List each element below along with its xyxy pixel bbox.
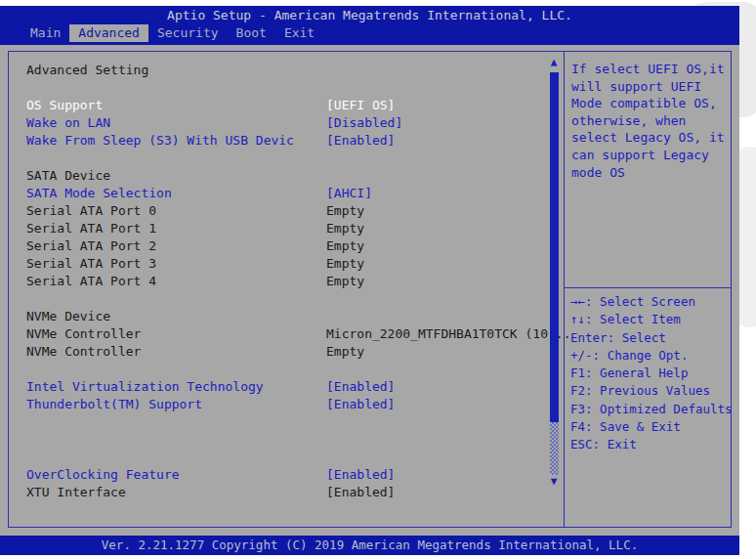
bios-setup-window: Aptio Setup - American Megatrends Intern…	[0, 6, 739, 555]
spacer-row	[10, 290, 545, 308]
setting-label: Serial ATA Port 2	[26, 238, 156, 253]
footer-bar: Ver. 2.21.1277 Copyright (C) 2019 Americ…	[0, 536, 739, 555]
setting-row: NVMe ControllerEmpty	[10, 343, 545, 361]
spacer-row	[10, 79, 545, 97]
tab-exit[interactable]: Exit	[275, 24, 323, 42]
setting-label: Serial ATA Port 4	[26, 274, 156, 288]
setting-value: [AHCI]	[326, 185, 372, 202]
setting-label: Serial ATA Port 3	[26, 256, 156, 271]
setting-label: Wake From Sleep (S3) With USB Devic	[26, 133, 294, 148]
scroll-down-icon[interactable]: ▼	[547, 476, 561, 488]
setting-value: Micron_2200_MTFDHBA1T0TCK (10...	[326, 325, 570, 343]
setting-label: Thunderbolt(TM) Support	[26, 397, 202, 411]
menu-tabs: MainAdvancedSecurityBootExit	[21, 24, 323, 42]
spacer-row	[10, 431, 545, 449]
hotkey-line: ↑↓: Select Item	[570, 311, 733, 328]
setting-row[interactable]: SATA Mode Selection[AHCI]	[10, 185, 545, 202]
setting-row: Serial ATA Port 0Empty	[10, 202, 545, 220]
help-description: If select UEFI OS,it will support UEFI M…	[565, 52, 731, 181]
hotkey-line: +/-: Change Opt.	[570, 347, 733, 365]
setting-label: NVMe Controller	[26, 344, 141, 359]
spacer-row	[10, 361, 545, 378]
setting-row: Serial ATA Port 4Empty	[10, 273, 545, 290]
help-panel: If select UEFI OS,it will support UEFI M…	[565, 52, 731, 527]
title-bar: Aptio Setup - American Megatrends Intern…	[0, 6, 739, 45]
setting-label: NVMe Controller	[26, 326, 141, 341]
setting-value: [UEFI OS]	[326, 97, 395, 114]
tab-boot[interactable]: Boot	[228, 24, 275, 42]
setting-row: NVMe Device	[10, 308, 545, 325]
settings-panel: Advanced Setting OS Support[UEFI OS]Wake…	[8, 51, 732, 528]
setting-value: [Disabled]	[326, 114, 402, 132]
setting-label: Serial ATA Port 1	[26, 221, 156, 236]
setting-row: NVMe ControllerMicron_2200_MTFDHBA1T0TCK…	[10, 325, 545, 343]
setting-label: XTU Interface	[26, 485, 126, 499]
setting-value: [Enabled]	[326, 378, 395, 396]
setting-value: Empty	[326, 202, 364, 220]
setting-row[interactable]: Wake From Sleep (S3) With USB Devic[Enab…	[10, 132, 545, 150]
spacer-row	[10, 449, 545, 466]
setting-row[interactable]: OS Support[UEFI OS]	[10, 97, 545, 114]
setting-value: Empty	[326, 343, 364, 361]
setting-value: [Enabled]	[326, 466, 395, 484]
hotkey-line: F1: General Help	[570, 365, 733, 382]
hotkey-line: →←: Select Screen	[570, 293, 733, 311]
setting-row: Serial ATA Port 3Empty	[10, 255, 545, 273]
setting-label: OS Support	[26, 98, 103, 112]
hotkey-line: ESC: Exit	[570, 436, 733, 453]
setting-row[interactable]: Intel Virtualization Technology[Enabled]	[10, 378, 545, 396]
hotkey-line: Enter: Select	[570, 329, 733, 347]
hotkey-line: F2: Previous Values	[570, 382, 733, 400]
setting-value: Empty	[326, 237, 364, 255]
setting-label: NVMe Device	[26, 309, 110, 323]
version-text: Ver. 2.21.1277 Copyright (C) 2019 Americ…	[0, 536, 739, 555]
setting-label: Serial ATA Port 0	[26, 203, 156, 218]
hotkey-list: →←: Select Screen↑↓: Select ItemEnter: S…	[570, 293, 733, 454]
setting-value: Empty	[326, 255, 364, 273]
setting-row[interactable]: Thunderbolt(TM) Support[Enabled]	[10, 396, 545, 413]
setting-row: XTU Interface[Enabled]	[10, 484, 545, 501]
spacer-row	[10, 413, 545, 431]
section-heading: Advanced Setting	[26, 62, 545, 79]
setting-label: OverClocking Feature	[26, 467, 180, 482]
hotkey-line: F3: Optimized Defaults	[570, 401, 733, 418]
setting-row[interactable]: OverClocking Feature[Enabled]	[10, 466, 545, 484]
help-divider	[565, 287, 731, 288]
scrollbar-thumb[interactable]	[550, 72, 559, 422]
setting-row: Serial ATA Port 2Empty	[10, 237, 545, 255]
tab-advanced[interactable]: Advanced	[69, 24, 148, 42]
setting-label: SATA Device	[26, 168, 110, 183]
setting-row[interactable]: Wake on LAN[Disabled]	[10, 114, 545, 132]
scroll-up-icon[interactable]: ▲	[547, 57, 561, 68]
setting-value: [Enabled]	[326, 132, 395, 150]
app-title: Aptio Setup - American Megatrends Intern…	[0, 6, 739, 25]
hotkey-line: F4: Save & Exit	[570, 418, 733, 436]
setting-label: Intel Virtualization Technology	[26, 379, 264, 394]
setting-value: [Enabled]	[326, 484, 395, 501]
tab-security[interactable]: Security	[148, 24, 228, 42]
screen: Aptio Setup - American Megatrends Intern…	[0, 0, 756, 559]
setting-value: Empty	[326, 220, 364, 237]
setting-value: Empty	[326, 273, 364, 290]
scrollbar-track[interactable]	[550, 422, 559, 475]
setting-value: [Enabled]	[326, 396, 395, 413]
setting-row: Serial ATA Port 1Empty	[10, 220, 545, 237]
spacer-row	[10, 150, 545, 167]
tab-main[interactable]: Main	[21, 24, 69, 42]
settings-list: Advanced Setting OS Support[UEFI OS]Wake…	[10, 52, 545, 501]
setting-row: SATA Device	[10, 167, 545, 185]
setting-label: SATA Mode Selection	[26, 186, 172, 200]
setting-label: Wake on LAN	[26, 115, 110, 130]
